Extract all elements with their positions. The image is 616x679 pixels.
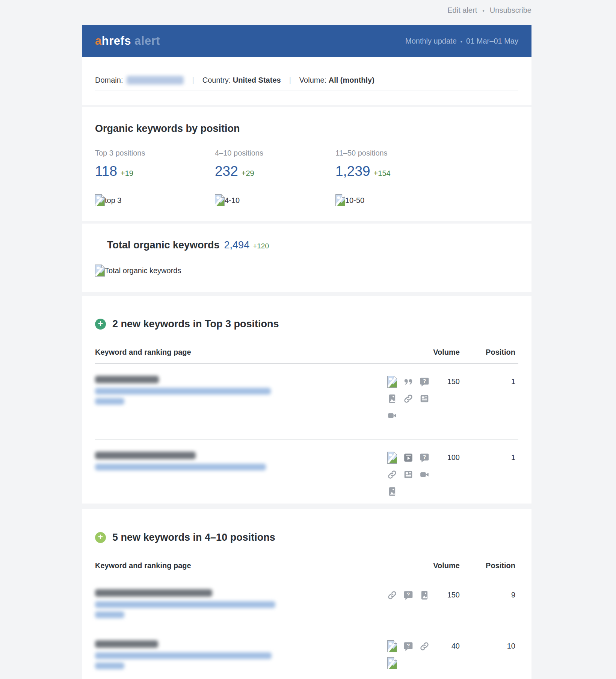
edit-alert-link[interactable]: Edit alert: [447, 6, 477, 14]
keyword-cell: [95, 376, 387, 426]
stat-label: 11–50 positions: [335, 149, 518, 157]
report-period: Monthly update•01 Mar–01 May: [405, 37, 518, 45]
link-icon: [403, 393, 414, 405]
broken-chart-4-10: 4-10: [215, 194, 335, 206]
stat-value: 232: [215, 163, 238, 179]
keyword-cell: [95, 589, 387, 618]
redacted-ranking-url[interactable]: [95, 464, 266, 470]
redacted-ranking-url[interactable]: [95, 652, 272, 659]
logo-letter-a: a: [95, 34, 102, 47]
redacted-ranking-url[interactable]: [95, 388, 271, 395]
volume-cell: ? 150: [387, 589, 460, 618]
volume-value: 150: [447, 589, 460, 600]
question-bubble-icon: ?: [419, 376, 430, 388]
stat-delta: +19: [121, 169, 133, 177]
redacted-domain: [127, 76, 184, 85]
volume-value: 40: [451, 640, 460, 652]
missing-image-icon: [95, 265, 105, 277]
video-camera-icon: [419, 469, 430, 481]
section-heading: + 5 new keywords in 4–10 positions: [95, 509, 518, 543]
date-range: 01 Mar–01 May: [466, 37, 518, 45]
table-row: ? 100 1: [95, 439, 518, 515]
volume-value: 100: [447, 452, 460, 463]
col-keyword: Keyword and ranking page: [95, 348, 387, 357]
plus-circle-icon: +: [95, 319, 106, 330]
col-position: Position: [460, 561, 518, 570]
dot-separator: •: [482, 8, 485, 14]
serp-features: ?: [387, 589, 439, 606]
domain-label: Domain:: [95, 76, 123, 85]
update-type: Monthly update: [405, 37, 457, 45]
stat-11-50: 11–50 positions 1,239+154: [335, 149, 518, 179]
redacted-keyword: [95, 640, 158, 648]
table-row: ? 150 9: [95, 577, 518, 628]
news-icon: [403, 469, 414, 481]
serp-features: ?: [387, 452, 439, 502]
email-page: Edit alert•Unsubscribe ahrefsalert Month…: [0, 0, 616, 679]
svg-text:?: ?: [407, 643, 410, 649]
broken-chart-10-50: 10-50: [335, 194, 518, 206]
svg-text:?: ?: [423, 454, 426, 460]
volume-cell: ? 40: [387, 640, 460, 674]
total-value: 2,494: [224, 239, 250, 251]
redacted-ranking-url[interactable]: [95, 601, 275, 608]
total-keywords-card: Total organic keywords2,494+120 Total or…: [82, 224, 531, 292]
redacted-ranking-url[interactable]: [95, 662, 124, 669]
image-icon: [419, 589, 430, 601]
ahrefs-alert-logo: ahrefsalert: [95, 34, 160, 48]
redacted-ranking-url[interactable]: [95, 398, 124, 405]
redacted-keyword: [95, 589, 212, 597]
total-title: Total organic keywords: [107, 239, 220, 251]
keyword-cell: [95, 452, 387, 502]
serp-features: ?: [387, 640, 439, 674]
volume-cell: ? 100: [387, 452, 460, 502]
position-value: 9: [460, 589, 518, 618]
broken-chart-top3: top 3: [95, 194, 215, 206]
positions-summary-card: Organic keywords by position Top 3 posit…: [82, 107, 531, 221]
report-meta-card: Domain: | Country: United States | Volum…: [82, 57, 531, 105]
divider: |: [289, 76, 291, 85]
video-camera-icon: [387, 410, 397, 422]
country-label: Country:: [202, 76, 231, 85]
image-icon: [387, 393, 397, 405]
link-icon: [387, 589, 397, 601]
missing-image-icon: [387, 452, 397, 464]
keyword-cell: [95, 640, 387, 674]
quote-icon: [403, 376, 414, 388]
missing-image-icon: [215, 194, 225, 206]
stat-label: 4–10 positions: [215, 149, 335, 157]
plus-circle-icon: +: [95, 532, 106, 543]
table-header: Keyword and ranking page Volume Position: [95, 348, 518, 364]
stat-value: 1,239: [335, 163, 370, 179]
position-stats: Top 3 positions 118+19 4–10 positions 23…: [95, 149, 518, 179]
total-keywords-line: Total organic keywords2,494+120: [107, 239, 518, 251]
table-header: Keyword and ranking page Volume Position: [95, 561, 518, 577]
missing-image-icon: [387, 640, 397, 652]
logo-hrefs: hrefs: [102, 34, 131, 47]
position-value: 1: [460, 452, 518, 502]
volume-value: 150: [447, 376, 460, 387]
mini-charts-row: top 3 4-10 10-50: [95, 194, 518, 206]
redacted-ranking-url[interactable]: [95, 611, 124, 618]
country-value: United States: [233, 76, 281, 85]
stat-top3: Top 3 positions 118+19: [95, 149, 215, 179]
unsubscribe-link[interactable]: Unsubscribe: [490, 6, 531, 14]
volume-label: Volume:: [299, 76, 326, 85]
question-bubble-icon: ?: [403, 589, 414, 601]
video-box-icon: [403, 452, 414, 464]
stat-delta: +154: [374, 169, 391, 177]
section-heading-text: 5 new keywords in 4–10 positions: [112, 532, 275, 543]
broken-chart-total: Total organic keywords: [95, 265, 518, 277]
chart-alt-text: top 3: [105, 196, 121, 205]
missing-image-icon: [335, 194, 345, 206]
svg-text:?: ?: [423, 378, 426, 384]
link-icon: [419, 640, 430, 652]
top3-keywords-card: + 2 new keywords in Top 3 positions Keyw…: [82, 296, 531, 504]
chart-alt-text: 10-50: [345, 196, 364, 205]
divider: |: [192, 76, 194, 85]
news-icon: [419, 393, 430, 405]
question-bubble-icon: ?: [403, 640, 414, 652]
table-row: ? 150 1: [95, 364, 518, 439]
section-title: Organic keywords by position: [95, 123, 518, 135]
chart-alt-text: Total organic keywords: [105, 266, 181, 275]
